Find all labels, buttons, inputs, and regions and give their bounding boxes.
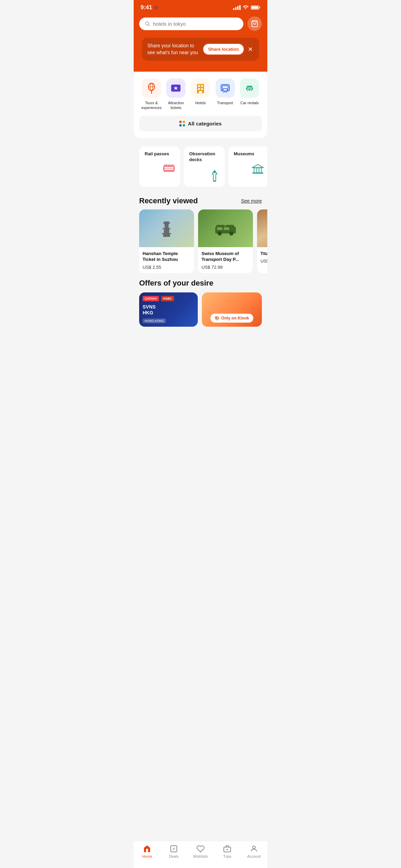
cart-button[interactable] bbox=[247, 16, 262, 31]
svg-rect-2 bbox=[259, 7, 260, 8]
search-bar[interactable] bbox=[139, 17, 243, 30]
filter-label-observation: Observationdecks bbox=[189, 151, 215, 163]
offer-card-orange[interactable]: 🎨 Only on Klook bbox=[202, 292, 262, 327]
category-label-carrental: Car rentals bbox=[240, 100, 259, 105]
quick-filters: Rail passes Observationdecks bbox=[134, 142, 267, 191]
product-image-hanshan bbox=[139, 209, 194, 247]
product-image-swiss bbox=[198, 209, 253, 247]
svg-rect-16 bbox=[201, 88, 203, 90]
svg-rect-38 bbox=[213, 181, 216, 182]
svg-rect-45 bbox=[252, 172, 263, 174]
tower-icon bbox=[210, 170, 219, 182]
location-banner-text: Share your location to see what's fun ne… bbox=[147, 43, 199, 56]
recently-viewed-title: Recently viewed bbox=[139, 196, 198, 205]
offers-section-header: Offers of your desire bbox=[139, 279, 262, 292]
svg-rect-15 bbox=[198, 88, 200, 90]
category-item-attraction[interactable]: Attractiontickets bbox=[164, 79, 189, 110]
header bbox=[134, 14, 267, 38]
svg-line-4 bbox=[148, 25, 150, 26]
product-info-hanshan: Hanshan Temple Ticket in Suzhou US$ 2.55 bbox=[139, 247, 194, 273]
signal-icon bbox=[233, 5, 241, 10]
filter-card-observation[interactable]: Observationdecks bbox=[184, 146, 225, 187]
svg-marker-39 bbox=[252, 164, 263, 167]
category-icon-carrental bbox=[240, 79, 259, 98]
cart-icon bbox=[251, 20, 258, 27]
offers-title: Offers of your desire bbox=[139, 279, 213, 288]
status-bar: 9:41 bbox=[134, 0, 267, 14]
category-grid: Tours &experiences Attractiontickets bbox=[139, 79, 262, 110]
category-label-attraction: Attractiontickets bbox=[168, 100, 184, 110]
svg-rect-28 bbox=[247, 87, 252, 89]
product-card-swiss[interactable]: Swiss Museum of Transport Day P... US$ 7… bbox=[198, 209, 253, 273]
main-scroll: Share your location to see what's fun ne… bbox=[134, 38, 267, 366]
svg-rect-14 bbox=[201, 85, 203, 87]
product-price-swiss: US$ 72.99 bbox=[202, 265, 250, 270]
category-label-transport: Transport bbox=[217, 100, 233, 105]
search-icon bbox=[145, 21, 150, 26]
all-categories-button[interactable]: All categories bbox=[139, 116, 262, 131]
svg-rect-17 bbox=[199, 91, 202, 94]
category-label-tours: Tours &experiences bbox=[141, 100, 161, 110]
category-icon-attraction bbox=[166, 79, 185, 98]
recently-viewed-section: Recently viewed See more bbox=[134, 191, 267, 279]
category-icon-transport bbox=[216, 79, 235, 98]
close-banner-button[interactable]: ✕ bbox=[247, 45, 254, 54]
category-icon-tours bbox=[142, 79, 161, 98]
svg-rect-51 bbox=[164, 229, 169, 234]
svg-point-22 bbox=[222, 89, 223, 91]
filter-label-museums: Museums bbox=[234, 151, 254, 157]
status-time: 9:41 bbox=[141, 4, 158, 11]
battery-icon bbox=[251, 5, 260, 10]
filter-label-rail: Rail passes bbox=[145, 151, 169, 157]
location-actions: Share location ✕ bbox=[203, 43, 254, 55]
filter-card-rail[interactable]: Rail passes bbox=[139, 146, 180, 187]
wifi-icon bbox=[243, 5, 249, 10]
svg-rect-1 bbox=[252, 7, 258, 9]
category-item-hotels[interactable]: Hotels bbox=[188, 79, 213, 110]
category-label-hotels: Hotels bbox=[195, 100, 206, 105]
offer-badge-label: Only on Klook bbox=[221, 316, 249, 321]
svg-rect-52 bbox=[162, 233, 171, 234]
product-price-hanshan: US$ 2.55 bbox=[143, 265, 191, 270]
share-location-button[interactable]: Share location bbox=[203, 43, 244, 55]
category-item-carrental[interactable]: Car rentals bbox=[237, 79, 262, 110]
svg-rect-13 bbox=[198, 85, 200, 87]
offer-logos: CATHAY HSBC bbox=[143, 296, 174, 301]
svg-rect-47 bbox=[164, 221, 169, 223]
product-name-hanshan: Hanshan Temple Ticket in Suzhou bbox=[143, 251, 191, 263]
product-price-titanic: US$ 31.75 bbox=[260, 258, 267, 264]
category-item-transport[interactable]: Transport bbox=[213, 79, 238, 110]
svg-rect-59 bbox=[217, 227, 222, 230]
product-info-swiss: Swiss Museum of Transport Day P... US$ 7… bbox=[198, 247, 253, 273]
product-image-titanic bbox=[257, 209, 267, 247]
filter-card-museums[interactable]: Museums bbox=[228, 146, 267, 187]
section-header-recent: Recently viewed See more bbox=[134, 191, 267, 209]
products-scroll: Hanshan Temple Ticket in Suzhou US$ 2.55 bbox=[134, 209, 267, 279]
svg-rect-55 bbox=[216, 225, 225, 228]
category-item-tours[interactable]: Tours &experiences bbox=[139, 79, 164, 110]
product-card-titanic[interactable]: Titanic Belfast Tickets US$ 31.75 bbox=[257, 209, 267, 273]
svg-rect-43 bbox=[258, 168, 260, 172]
svg-point-27 bbox=[251, 90, 252, 91]
product-card-hanshan[interactable]: Hanshan Temple Ticket in Suzhou US$ 2.55 bbox=[139, 209, 194, 273]
location-banner: Share your location to see what's fun ne… bbox=[142, 38, 259, 61]
product-info-titanic: Titanic Belfast Tickets US$ 31.75 bbox=[257, 247, 267, 267]
search-input[interactable] bbox=[153, 21, 238, 27]
offer-badge-klook: 🎨 Only on Klook bbox=[210, 314, 253, 323]
svg-rect-49 bbox=[165, 224, 169, 229]
offer-card-blue[interactable]: CATHAY HSBC SVNSHKG HONG KONG bbox=[139, 292, 198, 327]
see-more-link[interactable]: See more bbox=[241, 198, 262, 204]
product-name-titanic: Titanic Belfast Tickets bbox=[260, 251, 267, 257]
offer-badge-icon: 🎨 bbox=[215, 316, 220, 321]
svg-rect-19 bbox=[222, 86, 228, 89]
svg-point-57 bbox=[218, 231, 222, 236]
svg-rect-56 bbox=[226, 225, 234, 228]
offers-grid: CATHAY HSBC SVNSHKG HONG KONG 🎨 Only on … bbox=[139, 292, 262, 327]
svg-point-58 bbox=[229, 231, 233, 236]
svg-rect-42 bbox=[256, 168, 257, 172]
svg-rect-41 bbox=[254, 168, 255, 172]
grid-icon bbox=[179, 121, 185, 126]
category-icon-hotels bbox=[191, 79, 210, 98]
svg-rect-60 bbox=[224, 227, 229, 230]
svg-rect-44 bbox=[261, 168, 262, 172]
